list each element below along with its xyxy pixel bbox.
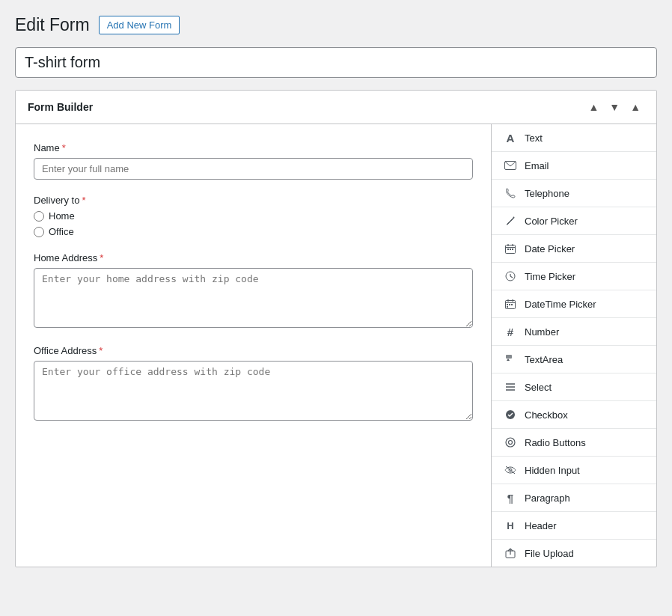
page-title: Edit Form bbox=[15, 15, 90, 35]
panel-header: Form Builder ▲ ▼ ▲ bbox=[16, 91, 656, 124]
svg-rect-18 bbox=[511, 304, 513, 305]
textarea-label: TextArea bbox=[525, 354, 563, 365]
datetime-picker-label: DateTime Picker bbox=[525, 299, 596, 310]
panel-controls: ▲ ▼ ▲ bbox=[584, 100, 644, 115]
radio-office-label: Office bbox=[49, 226, 74, 237]
svg-point-26 bbox=[509, 441, 513, 445]
office-address-textarea[interactable] bbox=[34, 361, 473, 421]
field-type-datetime-picker[interactable]: DateTime Picker bbox=[492, 290, 656, 318]
checkbox-icon bbox=[504, 408, 517, 421]
svg-rect-8 bbox=[512, 248, 513, 250]
svg-point-25 bbox=[506, 438, 515, 447]
svg-rect-16 bbox=[507, 304, 508, 305]
home-address-textarea[interactable] bbox=[34, 268, 473, 328]
field-type-select[interactable]: Select bbox=[492, 373, 656, 401]
hidden-input-icon bbox=[504, 463, 517, 477]
telephone-label: Telephone bbox=[525, 188, 569, 199]
date-picker-icon bbox=[504, 242, 517, 255]
svg-rect-19 bbox=[507, 306, 508, 308]
textarea-icon bbox=[504, 353, 517, 366]
field-type-textarea[interactable]: TextArea bbox=[492, 346, 656, 373]
field-types-panel: A Text Email Telephone bbox=[492, 124, 656, 567]
color-picker-icon bbox=[504, 214, 517, 228]
email-icon bbox=[504, 159, 517, 172]
field-office-address: Office Address* bbox=[34, 345, 473, 423]
field-type-telephone[interactable]: Telephone bbox=[492, 180, 656, 207]
color-picker-label: Color Picker bbox=[525, 216, 578, 227]
field-type-text[interactable]: A Text bbox=[492, 124, 656, 152]
telephone-icon bbox=[504, 186, 517, 200]
radio-home-input[interactable] bbox=[34, 211, 44, 222]
radio-home[interactable]: Home bbox=[34, 210, 473, 222]
panel-collapse-button[interactable]: ▲ bbox=[626, 100, 644, 115]
field-type-email[interactable]: Email bbox=[492, 152, 656, 180]
svg-point-1 bbox=[513, 217, 515, 219]
delivery-to-label: Delivery to* bbox=[34, 195, 473, 206]
panel-title: Form Builder bbox=[28, 101, 93, 113]
form-builder-panel: Form Builder ▲ ▼ ▲ Name* Delivery to* bbox=[15, 90, 657, 567]
panel-down-button[interactable]: ▼ bbox=[605, 100, 623, 115]
field-name-label: Name* bbox=[34, 142, 473, 153]
field-type-header[interactable]: H Header bbox=[492, 512, 656, 540]
field-type-file-upload[interactable]: File Upload bbox=[492, 540, 656, 567]
field-type-time-picker[interactable]: Time Picker bbox=[492, 263, 656, 290]
add-new-form-button[interactable]: Add New Form bbox=[99, 16, 180, 34]
hidden-input-label: Hidden Input bbox=[525, 465, 580, 476]
text-icon: A bbox=[504, 131, 517, 144]
field-type-paragraph[interactable]: ¶ Paragraph bbox=[492, 484, 656, 512]
time-picker-label: Time Picker bbox=[525, 271, 575, 282]
number-label: Number bbox=[525, 326, 559, 338]
delivery-radio-group: Home Office bbox=[34, 210, 473, 237]
panel-body: Name* Delivery to* Home Office bbox=[16, 124, 656, 567]
office-address-label: Office Address* bbox=[34, 345, 473, 356]
office-address-required-indicator: * bbox=[99, 345, 103, 356]
svg-rect-7 bbox=[510, 248, 511, 250]
field-delivery-to: Delivery to* Home Office bbox=[34, 195, 473, 237]
svg-rect-17 bbox=[509, 304, 510, 305]
field-type-radio-buttons[interactable]: Radio Buttons bbox=[492, 429, 656, 457]
form-name-input[interactable] bbox=[15, 47, 657, 78]
page-header: Edit Form Add New Form bbox=[15, 15, 657, 35]
time-picker-icon bbox=[504, 269, 517, 283]
field-type-date-picker[interactable]: Date Picker bbox=[492, 235, 656, 263]
number-icon: # bbox=[504, 325, 517, 338]
datetime-picker-icon bbox=[504, 297, 517, 311]
radio-office[interactable]: Office bbox=[34, 226, 473, 237]
radio-buttons-icon bbox=[504, 436, 517, 449]
email-label: Email bbox=[525, 160, 549, 171]
file-upload-label: File Upload bbox=[525, 548, 574, 559]
radio-home-label: Home bbox=[49, 210, 75, 222]
header-icon: H bbox=[504, 519, 517, 532]
home-address-label: Home Address* bbox=[34, 252, 473, 263]
paragraph-label: Paragraph bbox=[525, 493, 570, 504]
radio-office-input[interactable] bbox=[34, 227, 44, 237]
field-type-number[interactable]: # Number bbox=[492, 318, 656, 346]
select-icon bbox=[504, 380, 517, 394]
checkbox-label: Checkbox bbox=[525, 409, 568, 421]
field-name: Name* bbox=[34, 142, 473, 180]
field-home-address: Home Address* bbox=[34, 252, 473, 330]
field-type-checkbox[interactable]: Checkbox bbox=[492, 401, 656, 429]
header-label: Header bbox=[525, 520, 557, 531]
home-address-required-indicator: * bbox=[100, 252, 103, 263]
svg-rect-6 bbox=[507, 248, 509, 250]
svg-line-11 bbox=[510, 276, 513, 278]
svg-rect-20 bbox=[506, 355, 512, 359]
date-picker-label: Date Picker bbox=[525, 243, 575, 254]
panel-up-button[interactable]: ▲ bbox=[584, 100, 602, 115]
radio-buttons-label: Radio Buttons bbox=[525, 437, 586, 448]
file-upload-icon bbox=[504, 546, 517, 560]
name-required-indicator: * bbox=[62, 142, 66, 153]
name-input[interactable] bbox=[34, 158, 473, 180]
delivery-required-indicator: * bbox=[82, 195, 85, 206]
text-label: Text bbox=[525, 132, 543, 144]
paragraph-icon: ¶ bbox=[504, 491, 517, 504]
field-type-hidden-input[interactable]: Hidden Input bbox=[492, 457, 656, 484]
field-type-color-picker[interactable]: Color Picker bbox=[492, 207, 656, 235]
form-canvas: Name* Delivery to* Home Office bbox=[16, 124, 492, 567]
select-label: Select bbox=[525, 382, 552, 393]
